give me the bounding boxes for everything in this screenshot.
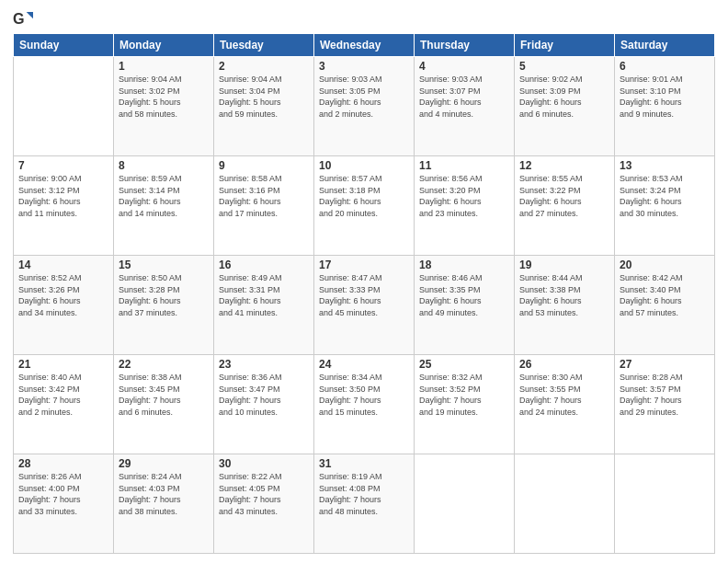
generalblue-logo-icon: G — [13, 9, 33, 29]
calendar-cell: 17Sunrise: 8:47 AM Sunset: 3:33 PM Dayli… — [314, 256, 415, 355]
svg-marker-1 — [27, 12, 33, 18]
calendar-cell — [515, 454, 615, 554]
cell-day-number: 6 — [620, 60, 710, 73]
calendar-header: G — [13, 9, 715, 29]
cell-info: Sunrise: 9:04 AM Sunset: 3:04 PM Dayligh… — [219, 74, 309, 120]
cell-day-number: 25 — [419, 358, 509, 371]
cell-day-number: 10 — [319, 159, 409, 172]
cell-info: Sunrise: 9:03 AM Sunset: 3:07 PM Dayligh… — [419, 74, 509, 120]
cell-day-number: 20 — [620, 259, 710, 271]
calendar-cell: 20Sunrise: 8:42 AM Sunset: 3:40 PM Dayli… — [615, 256, 715, 355]
weekday-header-wednesday: Wednesday — [314, 34, 415, 57]
calendar-cell — [14, 57, 114, 156]
calendar-cell — [615, 454, 715, 554]
cell-day-number: 2 — [219, 60, 309, 73]
calendar-cell: 15Sunrise: 8:50 AM Sunset: 3:28 PM Dayli… — [114, 256, 214, 355]
calendar-cell: 21Sunrise: 8:40 AM Sunset: 3:42 PM Dayli… — [14, 355, 114, 454]
cell-info: Sunrise: 8:36 AM Sunset: 3:47 PM Dayligh… — [219, 372, 309, 418]
cell-info: Sunrise: 9:03 AM Sunset: 3:05 PM Dayligh… — [319, 74, 409, 120]
calendar-cell — [415, 454, 515, 554]
calendar-cell: 5Sunrise: 9:02 AM Sunset: 3:09 PM Daylig… — [515, 57, 615, 156]
cell-info: Sunrise: 8:47 AM Sunset: 3:33 PM Dayligh… — [319, 272, 409, 318]
calendar-cell: 7Sunrise: 9:00 AM Sunset: 3:12 PM Daylig… — [14, 156, 114, 256]
logo: G — [13, 9, 37, 29]
logo-area: G — [13, 9, 37, 29]
cell-info: Sunrise: 8:59 AM Sunset: 3:14 PM Dayligh… — [119, 173, 209, 219]
cell-info: Sunrise: 8:58 AM Sunset: 3:16 PM Dayligh… — [219, 173, 309, 219]
calendar-cell: 29Sunrise: 8:24 AM Sunset: 4:03 PM Dayli… — [114, 454, 214, 554]
cell-day-number: 14 — [18, 259, 108, 271]
calendar-cell: 30Sunrise: 8:22 AM Sunset: 4:05 PM Dayli… — [214, 454, 314, 554]
cell-info: Sunrise: 9:00 AM Sunset: 3:12 PM Dayligh… — [18, 173, 108, 219]
cell-day-number: 4 — [419, 60, 509, 73]
cell-day-number: 7 — [18, 159, 108, 172]
weekday-header-monday: Monday — [114, 34, 214, 57]
calendar-cell: 1Sunrise: 9:04 AM Sunset: 3:02 PM Daylig… — [114, 57, 214, 156]
calendar-cell: 28Sunrise: 8:26 AM Sunset: 4:00 PM Dayli… — [14, 454, 114, 554]
calendar-cell: 14Sunrise: 8:52 AM Sunset: 3:26 PM Dayli… — [14, 256, 114, 355]
weekday-header-row: SundayMondayTuesdayWednesdayThursdayFrid… — [14, 34, 715, 57]
calendar-cell: 4Sunrise: 9:03 AM Sunset: 3:07 PM Daylig… — [415, 57, 515, 156]
cell-info: Sunrise: 8:42 AM Sunset: 3:40 PM Dayligh… — [620, 272, 710, 318]
weekday-header-sunday: Sunday — [14, 34, 114, 57]
cell-day-number: 22 — [119, 358, 209, 371]
calendar-page: G SundayMondayTuesdayWednesdayThursdayFr… — [0, 0, 728, 563]
calendar-cell: 6Sunrise: 9:01 AM Sunset: 3:10 PM Daylig… — [615, 57, 715, 156]
cell-info: Sunrise: 8:19 AM Sunset: 4:08 PM Dayligh… — [319, 471, 409, 517]
calendar-week-row: 1Sunrise: 9:04 AM Sunset: 3:02 PM Daylig… — [14, 57, 715, 156]
cell-info: Sunrise: 8:46 AM Sunset: 3:35 PM Dayligh… — [419, 272, 509, 318]
calendar-cell: 10Sunrise: 8:57 AM Sunset: 3:18 PM Dayli… — [314, 156, 415, 256]
calendar-cell: 12Sunrise: 8:55 AM Sunset: 3:22 PM Dayli… — [515, 156, 615, 256]
cell-day-number: 15 — [119, 259, 209, 271]
calendar-cell: 24Sunrise: 8:34 AM Sunset: 3:50 PM Dayli… — [314, 355, 415, 454]
cell-info: Sunrise: 8:52 AM Sunset: 3:26 PM Dayligh… — [18, 272, 108, 318]
weekday-header-friday: Friday — [515, 34, 615, 57]
cell-day-number: 29 — [119, 457, 209, 470]
cell-day-number: 17 — [319, 259, 409, 271]
cell-info: Sunrise: 9:01 AM Sunset: 3:10 PM Dayligh… — [620, 74, 710, 120]
cell-day-number: 23 — [219, 358, 309, 371]
calendar-cell: 3Sunrise: 9:03 AM Sunset: 3:05 PM Daylig… — [314, 57, 415, 156]
cell-info: Sunrise: 8:24 AM Sunset: 4:03 PM Dayligh… — [119, 471, 209, 517]
svg-text:G: G — [13, 10, 25, 27]
cell-info: Sunrise: 9:02 AM Sunset: 3:09 PM Dayligh… — [519, 74, 609, 120]
cell-info: Sunrise: 8:22 AM Sunset: 4:05 PM Dayligh… — [219, 471, 309, 517]
calendar-week-row: 21Sunrise: 8:40 AM Sunset: 3:42 PM Dayli… — [14, 355, 715, 454]
cell-day-number: 13 — [620, 159, 710, 172]
cell-info: Sunrise: 8:26 AM Sunset: 4:00 PM Dayligh… — [18, 471, 108, 517]
calendar-cell: 11Sunrise: 8:56 AM Sunset: 3:20 PM Dayli… — [415, 156, 515, 256]
cell-day-number: 27 — [620, 358, 710, 371]
cell-day-number: 28 — [18, 457, 108, 470]
cell-info: Sunrise: 8:57 AM Sunset: 3:18 PM Dayligh… — [319, 173, 409, 219]
cell-day-number: 21 — [18, 358, 108, 371]
weekday-header-tuesday: Tuesday — [214, 34, 314, 57]
calendar-cell: 16Sunrise: 8:49 AM Sunset: 3:31 PM Dayli… — [214, 256, 314, 355]
cell-info: Sunrise: 8:34 AM Sunset: 3:50 PM Dayligh… — [319, 372, 409, 418]
cell-info: Sunrise: 8:28 AM Sunset: 3:57 PM Dayligh… — [620, 372, 710, 418]
calendar-week-row: 14Sunrise: 8:52 AM Sunset: 3:26 PM Dayli… — [14, 256, 715, 355]
cell-day-number: 30 — [219, 457, 309, 470]
cell-info: Sunrise: 8:50 AM Sunset: 3:28 PM Dayligh… — [119, 272, 209, 318]
calendar-week-row: 7Sunrise: 9:00 AM Sunset: 3:12 PM Daylig… — [14, 156, 715, 256]
cell-day-number: 11 — [419, 159, 509, 172]
calendar-cell: 31Sunrise: 8:19 AM Sunset: 4:08 PM Dayli… — [314, 454, 415, 554]
calendar-week-row: 28Sunrise: 8:26 AM Sunset: 4:00 PM Dayli… — [14, 454, 715, 554]
weekday-header-saturday: Saturday — [615, 34, 715, 57]
cell-day-number: 9 — [219, 159, 309, 172]
cell-day-number: 16 — [219, 259, 309, 271]
cell-info: Sunrise: 8:32 AM Sunset: 3:52 PM Dayligh… — [419, 372, 509, 418]
calendar-cell: 25Sunrise: 8:32 AM Sunset: 3:52 PM Dayli… — [415, 355, 515, 454]
calendar-cell: 22Sunrise: 8:38 AM Sunset: 3:45 PM Dayli… — [114, 355, 214, 454]
calendar-table: SundayMondayTuesdayWednesdayThursdayFrid… — [13, 33, 715, 554]
cell-info: Sunrise: 9:04 AM Sunset: 3:02 PM Dayligh… — [119, 74, 209, 120]
cell-day-number: 18 — [419, 259, 509, 271]
calendar-cell: 19Sunrise: 8:44 AM Sunset: 3:38 PM Dayli… — [515, 256, 615, 355]
cell-info: Sunrise: 8:55 AM Sunset: 3:22 PM Dayligh… — [519, 173, 609, 219]
cell-day-number: 19 — [519, 259, 609, 271]
calendar-cell: 27Sunrise: 8:28 AM Sunset: 3:57 PM Dayli… — [615, 355, 715, 454]
cell-info: Sunrise: 8:38 AM Sunset: 3:45 PM Dayligh… — [119, 372, 209, 418]
calendar-cell: 23Sunrise: 8:36 AM Sunset: 3:47 PM Dayli… — [214, 355, 314, 454]
cell-day-number: 1 — [119, 60, 209, 73]
cell-info: Sunrise: 8:53 AM Sunset: 3:24 PM Dayligh… — [620, 173, 710, 219]
calendar-cell: 9Sunrise: 8:58 AM Sunset: 3:16 PM Daylig… — [214, 156, 314, 256]
